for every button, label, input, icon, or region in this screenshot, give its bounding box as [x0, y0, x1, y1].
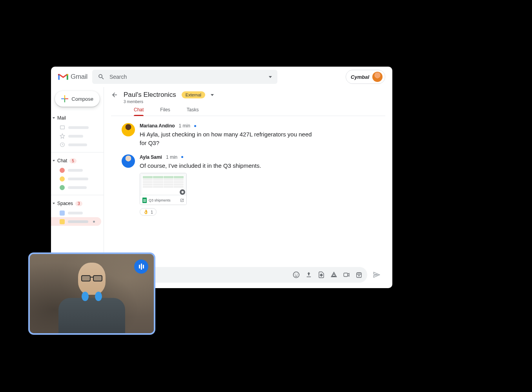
- compose-label: Compose: [71, 96, 93, 102]
- placeholder-line: [68, 186, 87, 189]
- attachment-card[interactable]: ✱ Q3 shipments: [140, 173, 187, 205]
- status-dot-icon: [194, 125, 196, 127]
- emoji-icon[interactable]: [293, 271, 300, 278]
- voice-activity-icon: [134, 260, 148, 274]
- star-icon: [60, 133, 65, 139]
- upload-icon[interactable]: [305, 271, 312, 278]
- account-chip[interactable]: Cymbal: [346, 70, 385, 84]
- space-header: Paul's Electronics External 3 members Ch…: [104, 87, 392, 116]
- search-options-caret-icon[interactable]: [269, 76, 272, 78]
- sidebar-item[interactable]: [51, 174, 104, 183]
- reaction-emoji: 👌: [143, 209, 149, 214]
- message-time: 1 min: [179, 123, 190, 129]
- space-name: Paul's Electronics: [124, 91, 176, 99]
- calendar-icon[interactable]: [355, 271, 363, 278]
- drive-icon[interactable]: [330, 271, 337, 278]
- sidebar-item[interactable]: [51, 140, 104, 149]
- search-icon: [98, 73, 105, 80]
- video-call-widget[interactable]: [28, 252, 155, 335]
- sidebar-item[interactable]: [51, 183, 104, 192]
- video-participant: [55, 263, 129, 333]
- space-menu-caret-icon[interactable]: [211, 94, 214, 96]
- gmail-m-icon: [58, 73, 68, 81]
- presence-dot-icon: [60, 176, 65, 181]
- section-header-chat[interactable]: Chat 5: [51, 156, 104, 166]
- sidebar-section-mail: Mail: [51, 112, 104, 151]
- open-external-icon[interactable]: [180, 198, 184, 202]
- space-tabs: Chat Files Tasks: [111, 107, 385, 116]
- placeholder-line: [68, 169, 83, 172]
- placeholder-line: [68, 143, 87, 146]
- message-author: Mariana Andino: [140, 123, 175, 129]
- placeholder-line: [68, 220, 88, 223]
- plus-icon: [61, 95, 67, 102]
- external-badge: External: [182, 91, 205, 98]
- gmail-text: Gmail: [71, 73, 87, 81]
- sidebar-item-active[interactable]: [51, 217, 101, 226]
- reaction-count: 1: [151, 210, 153, 214]
- svg-rect-0: [60, 126, 65, 129]
- reaction-chip[interactable]: 👌 1: [140, 208, 157, 216]
- svg-point-2: [293, 272, 299, 278]
- inbox-icon: [60, 125, 65, 130]
- attachment-footer: Q3 shipments: [140, 196, 186, 205]
- sidebar-item[interactable]: [51, 132, 104, 140]
- section-label: Chat: [57, 158, 67, 163]
- section-label: Mail: [57, 115, 66, 121]
- message-text: Of course, I've included it in the Q3 sh…: [140, 162, 312, 170]
- back-button[interactable]: [111, 91, 118, 98]
- search-placeholder: Search: [109, 74, 264, 80]
- placeholder-line: [68, 135, 83, 138]
- message-author: Ayla Sami: [140, 154, 162, 160]
- caret-down-icon: [53, 203, 55, 204]
- section-header-mail[interactable]: Mail: [51, 114, 104, 123]
- presence-dot-icon: [60, 168, 65, 173]
- svg-point-3: [295, 274, 295, 275]
- space-icon: [60, 211, 65, 216]
- spaces-badge: 3: [75, 201, 82, 206]
- member-count[interactable]: 3 members: [124, 100, 385, 104]
- arrow-left-icon: [111, 91, 118, 98]
- svg-point-4: [297, 274, 298, 275]
- attachment-title: Q3 shipments: [149, 198, 171, 202]
- author-avatar[interactable]: [122, 123, 135, 136]
- attachment-badge-icon: ✱: [180, 189, 185, 195]
- sidebar-item[interactable]: [51, 123, 104, 132]
- sidebar-item[interactable]: [51, 209, 104, 217]
- message: Mariana Andino 1 min Hi Ayla, just check…: [122, 123, 381, 147]
- video-icon[interactable]: [343, 271, 350, 278]
- sidebar-item[interactable]: [51, 166, 104, 174]
- tab-files[interactable]: Files: [160, 107, 170, 116]
- sheets-icon: [142, 198, 147, 203]
- compose-button[interactable]: Compose: [55, 91, 100, 107]
- message-list: Mariana Andino 1 min Hi Ayla, just check…: [104, 116, 392, 264]
- tab-tasks[interactable]: Tasks: [187, 107, 199, 116]
- caret-down-icon: [53, 117, 55, 119]
- message-text: Hi Ayla, just checking in on how many 42…: [140, 130, 312, 147]
- message-time: 1 min: [166, 154, 177, 160]
- user-avatar: [372, 72, 383, 82]
- send-button[interactable]: [373, 271, 381, 279]
- space-icon: [60, 219, 65, 224]
- chat-badge: 5: [69, 158, 77, 163]
- attachment-preview: ✱: [140, 173, 186, 196]
- section-header-spaces[interactable]: Spaces 3: [51, 199, 104, 209]
- brand-name: Cymbal: [351, 74, 369, 80]
- gmail-logo[interactable]: Gmail: [58, 73, 87, 81]
- caret-down-icon: [53, 160, 55, 162]
- placeholder-line: [68, 178, 88, 180]
- document-add-icon[interactable]: [318, 271, 325, 278]
- search-bar[interactable]: Search: [92, 70, 277, 84]
- tab-chat[interactable]: Chat: [134, 107, 144, 116]
- active-indicator: [93, 221, 95, 223]
- placeholder-line: [68, 126, 89, 129]
- svg-rect-7: [359, 275, 360, 276]
- placeholder-line: [68, 212, 83, 214]
- clock-icon: [60, 142, 65, 147]
- top-bar: Gmail Search Cymbal: [51, 67, 392, 87]
- author-avatar[interactable]: [122, 154, 135, 168]
- sidebar-section-chat: Chat 5: [51, 152, 104, 193]
- svg-rect-5: [344, 273, 348, 277]
- status-dot-icon: [181, 156, 183, 158]
- presence-dot-icon: [60, 185, 65, 190]
